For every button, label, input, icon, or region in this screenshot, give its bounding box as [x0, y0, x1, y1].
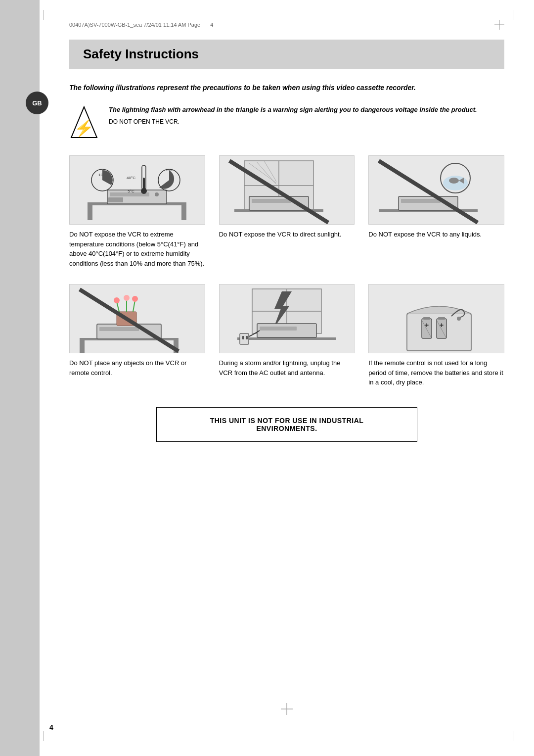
svg-rect-10	[108, 197, 123, 202]
gb-label: GB	[32, 99, 42, 107]
icon-image-storm	[219, 284, 355, 353]
svg-point-70	[457, 317, 461, 321]
svg-line-44	[117, 302, 119, 312]
icon-caption-remote: If the remote control is not used for a …	[368, 358, 504, 387]
icon-image-temp: 10% 75% 40°C 5°C	[69, 155, 205, 225]
trim-mark-top-right	[514, 10, 514, 20]
svg-rect-36	[401, 199, 441, 203]
icon-caption-objects: Do NOT place any objects on the VCR or r…	[69, 358, 205, 378]
svg-text:5°C: 5°C	[128, 189, 135, 193]
trim-mark-bottom-right	[514, 731, 514, 741]
svg-rect-60	[246, 336, 248, 339]
icon-image-remote: + +	[368, 284, 504, 353]
crosshair-top	[494, 20, 504, 30]
warning-bold: The lightning flash with arrowhead in th…	[109, 105, 477, 115]
main-content: 00407A)SV-7000W-GB-1_sea 7/24/01 11:14 A…	[40, 0, 534, 756]
svg-point-13	[141, 188, 147, 194]
icon-image-objects	[69, 284, 205, 353]
intro-text: The following illustrations represent th…	[69, 83, 504, 93]
warning-plain: DO NOT OPEN THE VCR.	[109, 117, 477, 127]
svg-point-32	[449, 178, 459, 184]
icons-grid: 10% 75% 40°C 5°C Do NOT expose the VCR t…	[69, 155, 504, 387]
icon-caption-storm: During a storm and/or lightning, unplug …	[219, 358, 355, 378]
page-title: Safety Instructions	[83, 47, 490, 62]
svg-text:40°C: 40°C	[127, 176, 135, 180]
svg-line-46	[133, 300, 135, 312]
svg-rect-42	[99, 327, 139, 331]
svg-point-47	[114, 297, 120, 303]
meta-text: 00407A)SV-7000W-GB-1_sea 7/24/01 11:14 A…	[69, 22, 200, 28]
page-number-text: 4	[49, 723, 53, 731]
icon-cell-storm: During a storm and/or lightning, unplug …	[219, 284, 355, 387]
trim-mark-top-left	[44, 10, 44, 20]
svg-point-49	[132, 296, 138, 302]
crosshair-bottom	[281, 703, 293, 716]
svg-rect-6	[181, 205, 186, 220]
header-meta: 00407A)SV-7000W-GB-1_sea 7/24/01 11:14 A…	[69, 20, 504, 30]
page-number: 4	[49, 723, 53, 731]
icon-image-sunlight	[219, 155, 355, 225]
icon-cell-temp: 10% 75% 40°C 5°C Do NOT expose the VCR t…	[69, 155, 205, 268]
lightning-icon: ⚡	[69, 105, 99, 140]
svg-rect-59	[242, 336, 244, 339]
trim-mark-bottom-left	[44, 731, 44, 741]
icon-caption-sunlight: Do NOT expose the VCR to direct sunlight…	[219, 230, 342, 239]
meta-page-num: 4	[210, 22, 213, 28]
svg-text:+: +	[425, 321, 429, 329]
warning-row: ⚡ The lightning flash with arrowhead in …	[69, 105, 504, 140]
icon-caption-liquid: Do NOT expose the VCR to any liquids.	[368, 230, 482, 239]
icon-cell-liquid: Do NOT expose the VCR to any liquids.	[368, 155, 504, 268]
icon-caption-temp: Do NOT expose the VCR to extreme tempera…	[69, 230, 205, 268]
svg-point-9	[155, 192, 159, 196]
industrial-notice-box: THIS UNIT IS NOT FOR USE IN INDUSTRIAL E…	[156, 407, 417, 442]
svg-rect-28	[252, 199, 291, 203]
svg-text:+: +	[440, 321, 444, 329]
svg-rect-63	[423, 317, 430, 320]
svg-text:⚡: ⚡	[74, 119, 94, 138]
svg-rect-39	[80, 340, 85, 353]
industrial-line2: ENVIRONMENTS.	[172, 425, 402, 432]
svg-line-37	[379, 161, 478, 223]
svg-rect-57	[260, 327, 297, 331]
svg-rect-65	[438, 317, 445, 320]
icon-cell-objects: Do NOT place any objects on the VCR or r…	[69, 284, 205, 387]
svg-point-48	[124, 295, 130, 301]
icon-cell-remote: + + If the remote control is not used fo…	[368, 284, 504, 387]
svg-rect-5	[88, 205, 92, 220]
warning-text: The lightning flash with arrowhead in th…	[109, 105, 477, 127]
icon-cell-sunlight: Do NOT expose the VCR to direct sunlight…	[219, 155, 355, 268]
title-box: Safety Instructions	[69, 40, 504, 69]
icon-image-liquid	[368, 155, 504, 225]
gb-badge: GB	[26, 92, 48, 114]
industrial-line1: THIS UNIT IS NOT FOR USE IN INDUSTRIAL	[172, 417, 402, 425]
